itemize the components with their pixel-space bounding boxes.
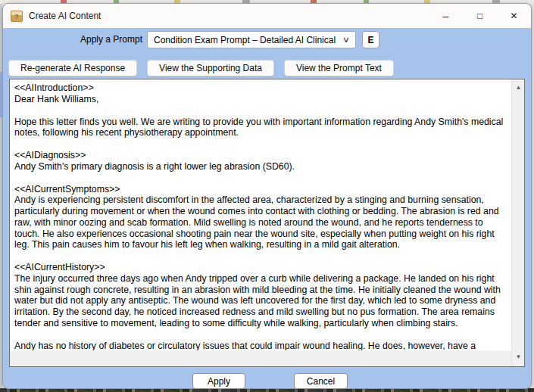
section-text: The injury occurred three days ago when … — [14, 273, 508, 329]
package-icon: ? — [11, 11, 23, 22]
package-icon-glyph: ? — [14, 14, 19, 20]
minimize-icon: – — [443, 10, 449, 22]
section-text: Andy has no history of diabetes or circu… — [14, 341, 508, 351]
titlebar[interactable]: ? Create AI Content – □ ✕ — [3, 4, 531, 29]
prompt-combobox-value: Condition Exam Prompt – Detailed AI Clin… — [154, 35, 337, 45]
minimize-button[interactable]: – — [429, 4, 463, 29]
section-text: Andy Smith's primary diagnosis is a righ… — [14, 161, 508, 173]
view-prompt-text-button[interactable]: View the Prompt Text — [284, 60, 394, 76]
content-section: <<AIDiagnosis>>Andy Smith's primary diag… — [14, 150, 508, 173]
screen-background: ? Create AI Content – □ ✕ Apply a Prompt… — [0, 0, 534, 392]
scroll-down-icon[interactable]: ▼ — [512, 350, 525, 363]
section-text: Dear Hank Williams, — [14, 94, 508, 105]
section-text: Hope this letter finds you well. We are … — [14, 117, 508, 139]
edit-prompt-button[interactable]: E — [362, 31, 379, 48]
maximize-icon: □ — [477, 11, 482, 21]
content-section: <<AIIntroduction>>Dear Hank Williams, — [14, 82, 508, 105]
window-title: Create AI Content — [29, 11, 101, 21]
scroll-up-icon[interactable]: ▲ — [512, 81, 525, 94]
prompt-combobox[interactable]: Condition Exam Prompt – Detailed AI Clin… — [147, 31, 356, 48]
regenerate-ai-response-button[interactable]: Re-generate AI Response — [8, 60, 137, 76]
section-tag: <<AICurrentSymptoms>> — [14, 184, 508, 195]
chevron-down-icon: ∨ — [334, 35, 358, 45]
close-button[interactable]: ✕ — [497, 4, 531, 29]
ai-response-text: <<AIIntroduction>>Dear Hank Williams,Hop… — [10, 79, 511, 350]
section-tag: <<AIDiagnosis>> — [14, 150, 508, 161]
section-tag: <<AIIntroduction>> — [14, 82, 508, 94]
vertical-scrollbar[interactable]: ▲ ▼ — [511, 79, 524, 366]
action-button-row: Re-generate AI Response View the Support… — [8, 60, 394, 76]
view-supporting-data-button[interactable]: View the Supporting Data — [147, 60, 274, 76]
ai-response-textbox[interactable]: <<AIIntroduction>>Dear Hank Williams,Hop… — [9, 79, 525, 367]
content-section: Hope this letter finds you well. We are … — [14, 117, 508, 139]
section-tag: <<AICurrentHistory>> — [14, 262, 508, 273]
close-icon: ✕ — [510, 11, 517, 21]
section-text: Andy is experiencing persistent discomfo… — [14, 194, 508, 250]
window-controls: – □ ✕ — [429, 4, 531, 29]
apply-button[interactable]: Apply — [192, 373, 245, 389]
content-section: <<AICurrentHistory>>The injury occurred … — [14, 262, 508, 329]
maximize-button[interactable]: □ — [463, 4, 497, 29]
content-section: <<AICurrentSymptoms>>Andy is experiencin… — [14, 184, 508, 251]
cancel-button[interactable]: Cancel — [294, 373, 348, 389]
create-ai-content-dialog: ? Create AI Content – □ ✕ Apply a Prompt… — [2, 3, 532, 389]
content-section: Andy has no history of diabetes or circu… — [14, 341, 508, 351]
horizontal-scrollbar[interactable] — [10, 350, 511, 366]
apply-a-prompt-label: Apply a Prompt — [3, 31, 142, 48]
